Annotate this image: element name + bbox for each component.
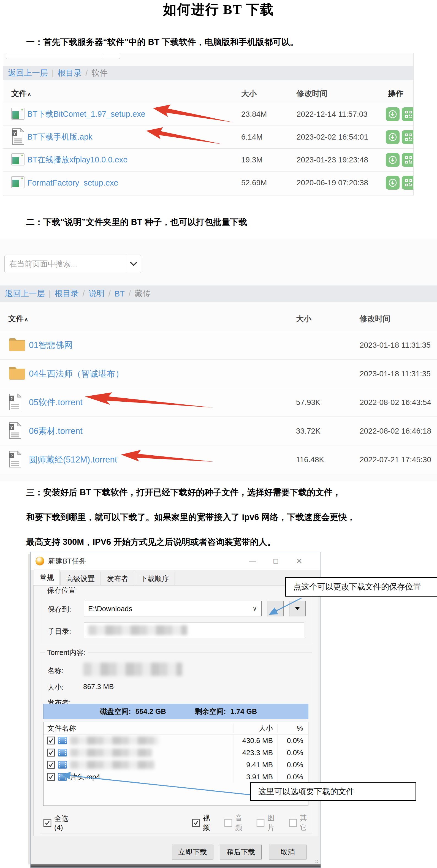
chevron-down-icon: ∨ bbox=[248, 605, 261, 612]
row-actions bbox=[383, 176, 414, 190]
file-link[interactable]: 06素材.torrent bbox=[29, 425, 292, 437]
column-header-filename[interactable]: 文件名称 bbox=[43, 723, 233, 733]
breadcrumb-separator: / bbox=[86, 68, 88, 78]
column-header-size[interactable]: 大小 bbox=[292, 314, 355, 324]
tab-常规[interactable]: 常规 bbox=[34, 569, 60, 585]
download-button[interactable] bbox=[386, 176, 400, 190]
checkbox-checked-icon[interactable] bbox=[47, 773, 55, 781]
qr-code-button[interactable] bbox=[402, 176, 414, 190]
file-listing-screenshot-software: 返回上一层|根目录/软件 文件∧ 大小 修改时间 操作 BT下载BitComet… bbox=[3, 53, 414, 195]
download-button[interactable] bbox=[386, 107, 400, 121]
file-link[interactable]: FormatFactory_setup.exe bbox=[27, 178, 237, 187]
subdir-label: 子目录: bbox=[48, 626, 71, 636]
filter-其它[interactable]: 其它 bbox=[289, 813, 308, 833]
save-to-combobox[interactable]: E:\Downloads ∨ bbox=[84, 601, 261, 616]
redacted-file-name bbox=[70, 748, 152, 757]
recent-paths-dropdown-button[interactable] bbox=[289, 601, 306, 616]
file-icon-cell bbox=[8, 337, 29, 353]
search-input[interactable] bbox=[5, 255, 126, 273]
search-input-partial[interactable] bbox=[6, 53, 120, 59]
listing-header-row: 文件∧ 大小 修改时间 bbox=[0, 313, 437, 324]
filter-label: 图片 bbox=[268, 813, 276, 833]
column-header-file[interactable]: 文件∧ bbox=[11, 88, 237, 99]
qr-code-button[interactable] bbox=[402, 130, 414, 144]
redacted-subdir-text bbox=[88, 625, 187, 635]
subdir-input[interactable] bbox=[84, 622, 304, 638]
file-rows: 01智悲佛网2023-01-18 11:31:3504生西法师（智诚堪布）202… bbox=[0, 331, 437, 474]
filter-音频[interactable]: 音频 bbox=[224, 813, 244, 833]
minimize-button[interactable]: — bbox=[245, 552, 260, 570]
breadcrumb-current: 藏传 bbox=[135, 288, 151, 299]
filter-label: 视频 bbox=[203, 813, 212, 833]
breadcrumb-link[interactable]: 根目录 bbox=[55, 288, 79, 299]
free-space-label: 剩余空间: bbox=[195, 707, 226, 716]
file-row: ? bbox=[3, 194, 413, 195]
filter-图片[interactable]: 图片 bbox=[256, 813, 276, 833]
file-link[interactable]: 圆师藏经(512M).torrent bbox=[29, 454, 292, 466]
filter-视频[interactable]: 视频 bbox=[192, 813, 212, 833]
close-button[interactable]: ✕ bbox=[291, 552, 307, 570]
breadcrumb-link[interactable]: 说明 bbox=[89, 288, 105, 299]
tab-发布者[interactable]: 发布者 bbox=[101, 572, 134, 585]
file-link[interactable]: BT在线播放xfplay10.0.0.exe bbox=[27, 154, 237, 165]
file-percent: 0.0% bbox=[277, 759, 308, 771]
step-3-heading-line1: 三：安装好后 BT 下载软件，打开已经下载好的种子文件，选择好需要下载的文件， bbox=[26, 487, 341, 498]
file-icon-cell bbox=[11, 153, 27, 167]
breadcrumb-link[interactable]: 根目录 bbox=[58, 68, 82, 79]
checkbox-checked-icon[interactable] bbox=[47, 748, 55, 757]
search-box bbox=[4, 255, 141, 273]
step-3-heading-line3: 最高支持 300M，IPV6 开始方式见之后说明或者咨询装宽带的人。 bbox=[26, 536, 276, 548]
qr-code-button[interactable] bbox=[402, 153, 414, 167]
file-link[interactable]: BT下载手机版.apk bbox=[27, 132, 237, 143]
column-header-size[interactable]: 大小 bbox=[233, 723, 277, 733]
checkbox-checked-icon[interactable] bbox=[47, 761, 55, 769]
resize-grip-icon[interactable] bbox=[315, 860, 319, 863]
file-link[interactable]: BT下载BitComet_1.97_setup.exe bbox=[27, 109, 237, 120]
file-row: BT下载BitComet_1.97_setup.exe23.84M2022-12… bbox=[3, 103, 413, 126]
checkbox-checked-icon bbox=[192, 819, 200, 827]
download-later-button[interactable]: 稍后下载 bbox=[220, 845, 261, 860]
new-bt-task-dialog: 新建BT任务 — □ ✕ 常规高级设置发布者下载顺序 保存位置 保存到: E:\… bbox=[30, 552, 321, 868]
video-file-icon bbox=[58, 737, 67, 744]
breadcrumb-link[interactable]: BT bbox=[115, 289, 125, 299]
search-dropdown-button[interactable] bbox=[126, 255, 141, 273]
breadcrumb-link[interactable]: 返回上一层 bbox=[8, 68, 48, 79]
breadcrumb-separator: | bbox=[52, 68, 54, 78]
column-header-size[interactable]: 大小 bbox=[237, 88, 292, 99]
browse-button[interactable]: ... bbox=[267, 601, 284, 616]
column-header-mtime[interactable]: 修改时间 bbox=[292, 88, 383, 99]
dropdown-arrow-icon bbox=[295, 607, 300, 610]
file-icon-cell: ? bbox=[8, 451, 29, 469]
qr-code-button[interactable] bbox=[402, 107, 414, 121]
checkbox-unchecked-icon bbox=[289, 819, 297, 827]
download-now-button[interactable]: 立即下载 bbox=[172, 845, 213, 860]
background-window-edge bbox=[28, 554, 30, 864]
dialog-buttons: 立即下载稍后下载取消 bbox=[31, 845, 320, 860]
tab-高级设置[interactable]: 高级设置 bbox=[60, 572, 100, 585]
breadcrumb-link[interactable]: 返回上一层 bbox=[5, 288, 45, 299]
column-header-mtime[interactable]: 修改时间 bbox=[355, 314, 437, 324]
file-link[interactable]: 04生西法师（智诚堪布） bbox=[29, 368, 292, 380]
download-icon bbox=[388, 110, 397, 119]
file-row: 01智悲佛网2023-01-18 11:31:35 bbox=[0, 331, 437, 359]
generic-file-icon: ? bbox=[11, 128, 25, 145]
download-button[interactable] bbox=[386, 130, 400, 144]
file-link[interactable]: 05软件.torrent bbox=[29, 397, 292, 408]
row-actions bbox=[383, 130, 414, 144]
checkbox-checked-icon[interactable] bbox=[43, 819, 52, 827]
file-rows: BT下载BitComet_1.97_setup.exe23.84M2022-12… bbox=[3, 103, 413, 195]
tab-下载顺序[interactable]: 下载顺序 bbox=[135, 572, 175, 585]
column-header-file[interactable]: 文件∧ bbox=[8, 314, 292, 324]
file-size: 57.93K bbox=[292, 398, 355, 407]
download-button[interactable] bbox=[386, 153, 400, 167]
maximize-button[interactable]: □ bbox=[268, 552, 283, 570]
checkbox-checked-icon[interactable] bbox=[47, 736, 55, 745]
file-link[interactable]: 01智悲佛网 bbox=[29, 339, 292, 351]
torrent-file-row: 423.3 MB0.0% bbox=[43, 747, 308, 759]
select-all-checkbox[interactable]: 全选 (4) bbox=[43, 814, 73, 832]
file-size: 423.3 MB bbox=[233, 747, 277, 759]
file-name: 片头.mp4 bbox=[70, 772, 100, 782]
column-header-percent[interactable]: % bbox=[277, 724, 308, 733]
row-actions bbox=[383, 153, 414, 167]
cancel-button[interactable]: 取消 bbox=[269, 845, 307, 860]
